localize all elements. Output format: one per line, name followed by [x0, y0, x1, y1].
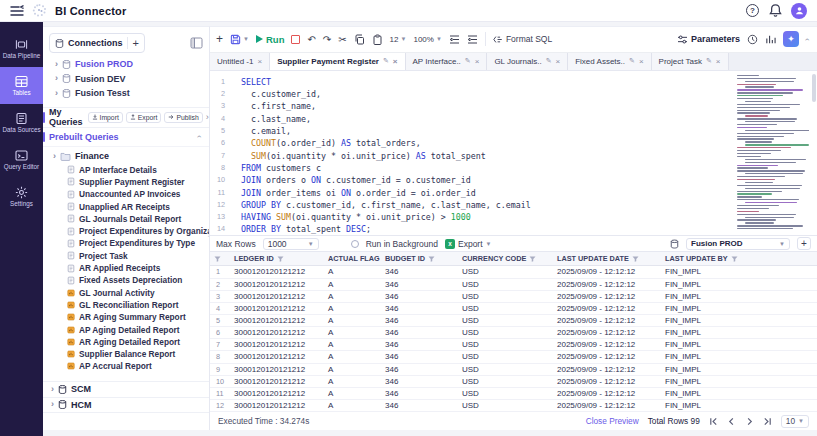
edit-tab-icon[interactable]: ✎ — [383, 57, 389, 65]
code-line[interactable]: ORDER BY total_spent DESC; — [241, 223, 817, 235]
table-row[interactable]: 73000120120121212A346USD2025/09/09 - 12:… — [210, 339, 817, 351]
chevron-down-icon[interactable]: ▼ — [243, 36, 249, 42]
query-tree-item[interactable]: AP Accrual Report — [43, 360, 209, 372]
editor-tab[interactable]: Fixed Assets..✎× — [568, 53, 651, 70]
query-tree-item[interactable]: GL Reconciliation Report — [43, 299, 209, 311]
query-tree-item[interactable]: Unapplied AR Receipts — [43, 200, 209, 212]
cut-icon[interactable]: ✂ — [338, 34, 346, 45]
editor-tab[interactable]: Supplier Payment Register✎× — [270, 53, 405, 70]
user-avatar[interactable] — [791, 3, 807, 19]
table-row[interactable]: 123000120120121212A346USD2025/09/09 - 12… — [210, 400, 817, 412]
close-tab-icon[interactable]: × — [257, 57, 262, 66]
folder-hcm[interactable]: ›HCM — [43, 397, 209, 413]
code-line[interactable]: FROM customers c — [241, 162, 817, 174]
chevron-right-icon[interactable]: › — [206, 113, 209, 122]
export-button[interactable]: x Export▼ — [445, 239, 492, 249]
query-tree-item[interactable]: Fixed Assets Depreciation — [43, 274, 209, 286]
close-preview-link[interactable]: Close Preview — [586, 416, 639, 426]
query-tree-item[interactable]: AR Aging Detailed Report — [43, 336, 209, 348]
close-tab-icon[interactable]: × — [475, 57, 480, 66]
query-tree-item[interactable]: Project Expenditures by Type — [43, 237, 209, 249]
sql-editor[interactable]: 123456781011121314 SELECT c.customer_id,… — [210, 71, 817, 237]
chart-view-icon[interactable] — [765, 34, 776, 45]
column-header[interactable]: LAST UPDATE BY — [661, 254, 817, 263]
query-tree-item[interactable]: AP Aging Detailed Report — [43, 323, 209, 335]
query-tree-item[interactable]: Project Task — [43, 250, 209, 262]
connection-item[interactable]: ›Fusion DEV — [43, 72, 209, 87]
code-line[interactable]: SUM(oi.quantity * oi.unit_price) AS tota… — [241, 150, 817, 162]
query-tree-item[interactable]: AR Applied Receipts — [43, 262, 209, 274]
sidebar-item-data-pipeline[interactable]: Data Pipeline — [0, 30, 43, 67]
new-query-icon[interactable]: + — [216, 32, 223, 46]
code-line[interactable]: SELECT — [241, 76, 817, 88]
page-size-select[interactable]: 10▼ — [781, 415, 809, 428]
column-header[interactable]: BUDGET ID — [381, 254, 458, 263]
copy-icon[interactable] — [354, 34, 365, 45]
chevron-up-icon[interactable]: › — [195, 135, 204, 138]
folder-finance[interactable]: › Finance — [43, 149, 209, 164]
import-button[interactable]: Import — [88, 112, 123, 123]
code-line[interactable]: c.first_name, — [241, 100, 817, 112]
max-rows-select[interactable]: 1000▼ — [263, 238, 319, 250]
editor-minimap[interactable] — [737, 75, 809, 231]
result-connection-select[interactable]: Fusion PROD ▼ — [686, 238, 790, 250]
connection-item[interactable]: ›Fusion Tesst — [43, 86, 209, 101]
zoom-select[interactable]: 100%▼ — [413, 35, 441, 44]
save-icon[interactable]: ▼ — [230, 34, 249, 45]
prebuilt-queries-bar[interactable]: Prebuilt Queries › — [43, 128, 209, 147]
add-connection-button[interactable]: + — [127, 37, 139, 49]
collapse-editor-icon[interactable]: › — [803, 38, 812, 41]
close-tab-icon[interactable]: × — [393, 57, 398, 66]
indent-increase-icon[interactable] — [467, 34, 478, 45]
code-line[interactable]: JOIN order_items oi ON o.order_id = oi.o… — [241, 187, 817, 199]
editor-tab[interactable]: Project Task✎× — [652, 53, 729, 70]
sidebar-item-tables[interactable]: Tables — [0, 67, 43, 104]
connection-item[interactable]: ›Fusion PROD — [43, 57, 209, 72]
stop-button[interactable] — [291, 35, 300, 44]
query-tree-item[interactable]: GL Journal Activity — [43, 286, 209, 298]
run-button[interactable]: Run — [256, 34, 284, 45]
connections-box[interactable]: Connections + — [49, 33, 145, 53]
code-line[interactable]: c.last_name, — [241, 113, 817, 125]
table-row[interactable]: 63000120120121212A346USD2025/09/09 - 12:… — [210, 327, 817, 339]
redo-icon[interactable]: ↷ — [323, 34, 331, 45]
collapse-menu-icon[interactable] — [10, 5, 24, 17]
run-in-background-radio[interactable] — [351, 240, 359, 248]
query-tree-item[interactable]: Project Expenditures by Organization — [43, 225, 209, 237]
editor-tab[interactable]: GL Journals..✎× — [487, 53, 568, 70]
panel-resize-handle[interactable]: ⋮ — [205, 232, 208, 235]
notifications-bell-icon[interactable] — [768, 3, 783, 18]
code-line[interactable]: JOIN orders o ON c.customer_id = o.custo… — [241, 174, 817, 186]
code-line[interactable]: GROUP BY c.customer_id, c.first_name, c.… — [241, 199, 817, 211]
query-tree-item[interactable]: AP Interface Details — [43, 164, 209, 176]
edit-tab-icon[interactable]: ✎ — [465, 57, 471, 65]
table-row[interactable]: 103000120120121212A346USD2025/09/09 - 12… — [210, 376, 817, 388]
format-sql-button[interactable]: Format SQL — [493, 34, 552, 44]
last-page-button[interactable] — [763, 417, 772, 426]
code-line[interactable]: COUNT(o.order_id) AS total_orders, — [241, 137, 817, 149]
edit-tab-icon[interactable]: ✎ — [629, 57, 635, 65]
folder-scm[interactable]: ›SCM — [43, 381, 209, 397]
column-header[interactable]: ACTUAL FLAG — [324, 254, 381, 263]
sidebar-item-data-sources[interactable]: Data Sources — [0, 104, 43, 141]
sidebar-item-query-editor[interactable]: Query Editor — [0, 141, 43, 178]
table-row[interactable]: 83000120120121212A346USD2025/09/09 - 12:… — [210, 351, 817, 363]
query-tree-item[interactable]: Supplier Balance Report — [43, 348, 209, 360]
column-header[interactable]: LAST UPDATE DATE — [553, 254, 661, 263]
query-tree-item[interactable]: AR Aging Summary Report — [43, 311, 209, 323]
edit-tab-icon[interactable]: ✎ — [546, 57, 552, 65]
help-icon[interactable]: ? — [745, 3, 760, 18]
parameters-button[interactable]: Parameters — [677, 34, 740, 44]
editor-tab[interactable]: AP Interface..✎× — [406, 53, 488, 70]
prev-page-button[interactable] — [727, 417, 736, 426]
publish-button[interactable]: Publish — [164, 112, 202, 123]
close-tab-icon[interactable]: × — [556, 57, 561, 66]
ai-assistant-button[interactable]: ✦ — [783, 31, 799, 47]
query-tree-item[interactable]: GL Journals Detail Report — [43, 213, 209, 225]
code-line[interactable]: c.customer_id, — [241, 88, 817, 100]
editor-tab[interactable]: Untitled -1× — [210, 53, 270, 70]
add-result-tab-button[interactable]: + — [797, 237, 811, 250]
code-line[interactable]: c.email, — [241, 125, 817, 137]
sidebar-item-settings[interactable]: Settings — [0, 178, 43, 215]
history-clock-icon[interactable] — [747, 34, 758, 45]
